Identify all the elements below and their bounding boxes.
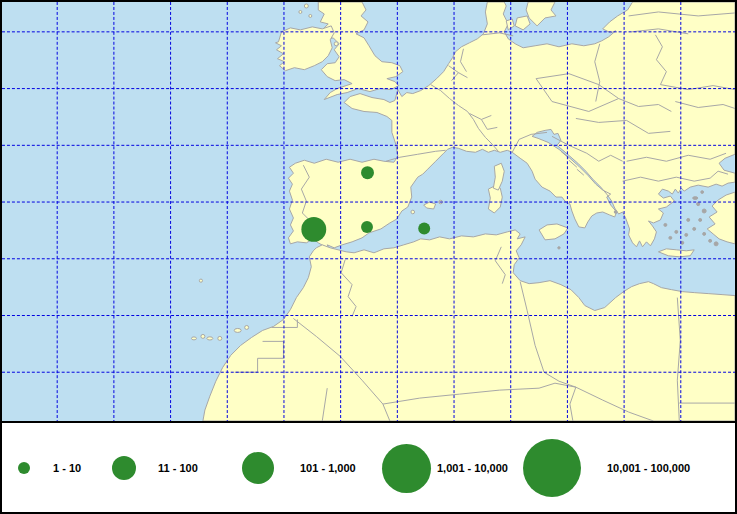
island-canary-5 — [234, 328, 241, 332]
island-ibiza — [411, 210, 415, 214]
legend-panel: 1 - 1011 - 100101 - 1,0001,001 - 10,0001… — [2, 423, 735, 512]
legend-label-2: 11 - 100 — [158, 461, 198, 475]
legend-symbol-5 — [523, 439, 581, 497]
island-hebrides-2 — [299, 10, 302, 13]
legend-symbol-3 — [242, 452, 274, 484]
map-symbol-northern-spain — [361, 166, 374, 179]
legend-symbol-4 — [382, 444, 431, 493]
map-figure: 1 - 1011 - 100101 - 1,0001,001 - 10,0001… — [0, 0, 737, 514]
island-hebrides-1 — [304, 4, 308, 8]
island-canary-1 — [191, 337, 196, 340]
island-man — [334, 42, 338, 46]
legend-label-5: 10,001 - 100,000 — [607, 461, 690, 475]
island-canary-4 — [218, 336, 222, 340]
island-hebrides-3 — [309, 14, 312, 17]
island-canary-3 — [207, 337, 213, 340]
island-canary-2 — [201, 334, 205, 338]
map-symbol-south-west-spain — [301, 217, 326, 242]
legend-label-4: 1,001 - 10,000 — [437, 461, 508, 475]
legend-symbol-2 — [112, 456, 136, 480]
legend-label-1: 1 - 10 — [53, 461, 81, 475]
legend-symbol-1 — [18, 462, 30, 474]
map-symbol-south-east-spain — [361, 221, 373, 233]
map-canvas — [2, 2, 735, 421]
map-svg — [2, 2, 735, 421]
map-symbol-western-mediterranean — [418, 222, 430, 234]
island-canary-6 — [245, 325, 249, 329]
island-madeira — [199, 279, 202, 282]
legend-label-3: 101 - 1,000 — [300, 461, 356, 475]
